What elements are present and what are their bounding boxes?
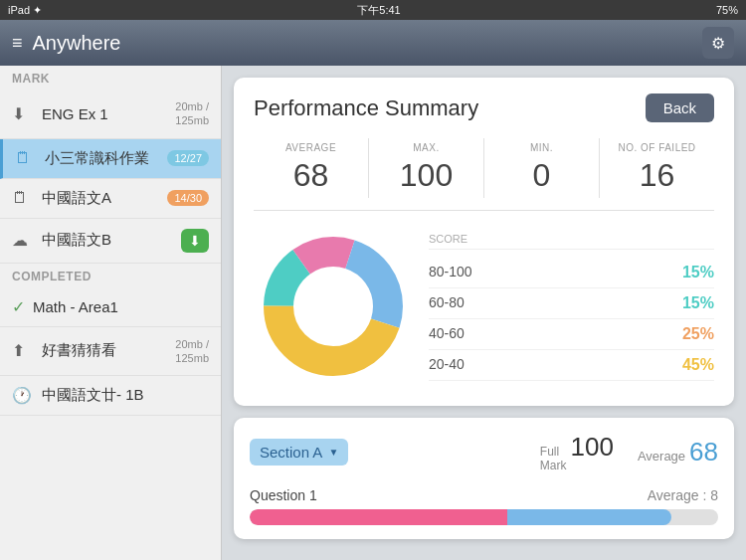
section-dropdown-label: Section A: [260, 444, 322, 461]
sidebar-item-label: 小三常識科作業: [45, 149, 167, 168]
sidebar-item-label: 中國語文A: [42, 189, 167, 208]
sidebar-item-xiao-san[interactable]: 🗒 小三常識科作業 12/27: [0, 139, 221, 179]
full-mark-value: 100: [571, 432, 614, 463]
sidebar-completed-label: Completed: [0, 264, 221, 287]
sidebar-item-zh-b[interactable]: ☁ 中國語文B ⬇: [0, 219, 221, 264]
download-icon: ⬇: [12, 104, 34, 123]
avg-label: Average: [638, 449, 685, 464]
stat-average: AVERAGE 68: [254, 138, 369, 198]
avg-value: 68: [689, 437, 718, 467]
stat-average-value: 68: [254, 157, 368, 194]
question-label: Question 1: [250, 487, 317, 503]
legend-pct: 15%: [682, 264, 714, 281]
doc-icon: 🗒: [12, 189, 34, 207]
question-1-row: Question 1 Average : 8: [250, 487, 718, 525]
menu-icon[interactable]: ≡: [12, 33, 23, 54]
legend-range: 40-60: [429, 325, 465, 343]
legend-pct: 15%: [682, 294, 714, 312]
sidebar-item-badge: 20mb /125mb: [175, 99, 209, 128]
sidebar-item-label: 中國語文廿- 1B: [42, 386, 209, 405]
full-mark-label: FullMark: [540, 445, 567, 473]
stat-failed: NO. OF FAILED 16: [600, 138, 714, 198]
sidebar-item-label: 中國語文B: [42, 231, 181, 250]
legend-item-60-80: 60-80 15%: [429, 288, 714, 319]
section-dropdown[interactable]: Section A ▼: [250, 439, 348, 466]
sidebar-item-label: ENG Ex 1: [42, 105, 175, 122]
sidebar-mark-label: MARK: [0, 66, 221, 90]
progress-bar-blue: [507, 509, 671, 525]
sidebar-item-eng-ex-1[interactable]: ⬇ ENG Ex 1 20mb /125mb: [0, 90, 221, 139]
gear-icon: ⚙: [711, 34, 725, 53]
main-layout: MARK ⬇ ENG Ex 1 20mb /125mb 🗒 小三常識科作業 12…: [0, 66, 746, 560]
sidebar: MARK ⬇ ENG Ex 1 20mb /125mb 🗒 小三常識科作業 12…: [0, 66, 222, 560]
sidebar-item-zh-1b[interactable]: 🕐 中國語文廿- 1B: [0, 376, 221, 416]
sidebar-item-tag: 12/27: [167, 150, 209, 166]
sidebar-item-zh-a[interactable]: 🗒 中國語文A 14/30: [0, 179, 221, 219]
doc-icon: 🗒: [15, 149, 37, 167]
back-button[interactable]: Back: [646, 93, 714, 122]
content-area: Performance Summary Back AVERAGE 68 MAX.…: [222, 66, 746, 560]
legend-pct: 45%: [682, 356, 714, 374]
sidebar-item-hao-shu[interactable]: ⬆ 好書猜猜看 20mb /125mb: [0, 327, 221, 377]
sidebar-item-label: 好書猜猜看: [42, 341, 175, 360]
cloud-icon: ☁: [12, 231, 34, 250]
legend-item-20-40: 20-40 45%: [429, 350, 714, 381]
stat-failed-label: NO. OF FAILED: [600, 142, 714, 153]
check-icon: ✓: [12, 297, 25, 316]
legend-range: 60-80: [429, 294, 465, 312]
chart-legend-row: SCORE 80-100 15% 60-80 15% 40-60 25% 20: [254, 227, 714, 386]
performance-summary-card: Performance Summary Back AVERAGE 68 MAX.…: [234, 78, 734, 406]
chevron-down-icon: ▼: [328, 447, 338, 458]
upload-icon: ⬆: [12, 341, 34, 360]
stat-min: MIN. 0: [484, 138, 600, 198]
clock-icon: 🕐: [12, 386, 34, 405]
sidebar-item-label: Math - Area1: [33, 298, 209, 315]
stat-min-value: 0: [484, 157, 599, 194]
sidebar-item-badge: 20mb /125mb: [175, 337, 209, 366]
sidebar-item-download-btn[interactable]: ⬇: [181, 229, 209, 253]
settings-button[interactable]: ⚙: [702, 27, 734, 59]
legend-range: 20-40: [429, 356, 465, 374]
question-progress-bar: [250, 509, 718, 525]
svg-point-5: [308, 281, 358, 331]
legend-title: SCORE: [429, 233, 714, 250]
sidebar-item-math-area1[interactable]: ✓ Math - Area1: [0, 287, 221, 327]
section-avg: Average 68: [638, 437, 718, 467]
top-bar: ≡ Anywhere ⚙: [0, 20, 746, 66]
progress-bar-pink: [250, 509, 507, 525]
legend: SCORE 80-100 15% 60-80 15% 40-60 25% 20: [429, 233, 714, 381]
stat-max-label: MAX.: [369, 142, 483, 153]
question-avg-label: Average : 8: [648, 487, 718, 503]
legend-item-80-100: 80-100 15%: [429, 258, 714, 288]
donut-chart: [254, 227, 413, 386]
legend-range: 80-100: [429, 264, 472, 281]
summary-title: Performance Summary: [254, 95, 478, 121]
status-left: iPad ✦: [8, 4, 42, 17]
status-time: 下午5:41: [357, 3, 400, 18]
section-card: Section A ▼ FullMark 100 Average 68 Ques…: [234, 418, 734, 539]
legend-item-40-60: 40-60 25%: [429, 319, 714, 350]
stats-row: AVERAGE 68 MAX. 100 MIN. 0 NO. OF FAILED…: [254, 138, 714, 211]
stat-max: MAX. 100: [369, 138, 484, 198]
legend-pct: 25%: [682, 325, 714, 343]
sidebar-item-tag: 14/30: [167, 190, 209, 206]
stat-max-value: 100: [369, 157, 483, 194]
status-battery: 75%: [716, 4, 738, 16]
stat-average-label: AVERAGE: [254, 142, 368, 153]
stat-failed-value: 16: [600, 157, 714, 194]
section-header: Section A ▼ FullMark 100 Average 68: [250, 432, 718, 473]
status-bar: iPad ✦ 下午5:41 75%: [0, 0, 746, 20]
section-full-mark: FullMark 100: [540, 432, 614, 473]
stat-min-label: MIN.: [484, 142, 599, 153]
app-title: Anywhere: [33, 32, 121, 55]
